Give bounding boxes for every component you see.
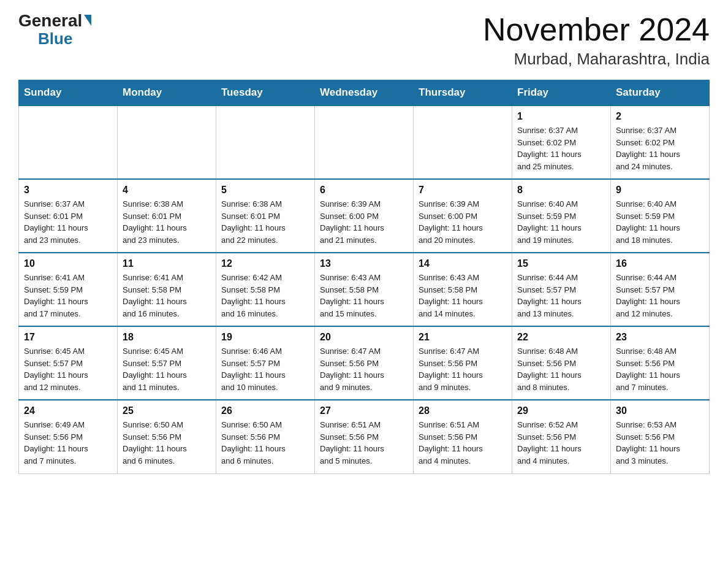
calendar-cell: 8Sunrise: 6:40 AM Sunset: 5:59 PM Daylig… — [512, 179, 611, 253]
day-info: Sunrise: 6:53 AM Sunset: 5:56 PM Dayligh… — [616, 419, 704, 467]
day-number: 26 — [221, 405, 309, 416]
calendar-cell: 24Sunrise: 6:49 AM Sunset: 5:56 PM Dayli… — [19, 400, 118, 473]
calendar-cell: 2Sunrise: 6:37 AM Sunset: 6:02 PM Daylig… — [611, 105, 710, 179]
day-info: Sunrise: 6:43 AM Sunset: 5:58 PM Dayligh… — [419, 272, 507, 320]
day-info: Sunrise: 6:45 AM Sunset: 5:57 PM Dayligh… — [24, 345, 112, 393]
calendar-cell: 1Sunrise: 6:37 AM Sunset: 6:02 PM Daylig… — [512, 105, 611, 179]
day-number: 25 — [123, 405, 211, 416]
day-number: 7 — [419, 185, 507, 196]
day-number: 4 — [123, 185, 211, 196]
day-info: Sunrise: 6:45 AM Sunset: 5:57 PM Dayligh… — [123, 345, 211, 393]
day-info: Sunrise: 6:51 AM Sunset: 5:56 PM Dayligh… — [419, 419, 507, 467]
weekday-header-monday: Monday — [118, 80, 216, 106]
day-info: Sunrise: 6:44 AM Sunset: 5:57 PM Dayligh… — [616, 272, 704, 320]
calendar-cell: 19Sunrise: 6:46 AM Sunset: 5:57 PM Dayli… — [216, 326, 315, 400]
day-info: Sunrise: 6:50 AM Sunset: 5:56 PM Dayligh… — [221, 419, 309, 467]
calendar-cell — [19, 105, 118, 179]
day-info: Sunrise: 6:38 AM Sunset: 6:01 PM Dayligh… — [123, 198, 211, 246]
logo-general-text: General — [18, 12, 82, 29]
day-number: 10 — [24, 258, 112, 269]
day-info: Sunrise: 6:37 AM Sunset: 6:01 PM Dayligh… — [24, 198, 112, 246]
day-info: Sunrise: 6:43 AM Sunset: 5:58 PM Dayligh… — [320, 272, 408, 320]
day-number: 22 — [517, 332, 605, 343]
day-number: 23 — [616, 332, 704, 343]
day-number: 27 — [320, 405, 408, 416]
logo: General Blue — [18, 12, 91, 48]
week-row-1: 1Sunrise: 6:37 AM Sunset: 6:02 PM Daylig… — [19, 105, 710, 179]
day-number: 19 — [221, 332, 309, 343]
calendar-cell: 12Sunrise: 6:42 AM Sunset: 5:58 PM Dayli… — [216, 253, 315, 326]
logo-arrow-icon — [84, 15, 91, 26]
day-info: Sunrise: 6:40 AM Sunset: 5:59 PM Dayligh… — [616, 198, 704, 246]
day-info: Sunrise: 6:42 AM Sunset: 5:58 PM Dayligh… — [221, 272, 309, 320]
calendar-cell: 16Sunrise: 6:44 AM Sunset: 5:57 PM Dayli… — [611, 253, 710, 326]
day-number: 14 — [419, 258, 507, 269]
week-row-2: 3Sunrise: 6:37 AM Sunset: 6:01 PM Daylig… — [19, 179, 710, 253]
location-title: Murbad, Maharashtra, India — [483, 50, 710, 69]
calendar-cell: 13Sunrise: 6:43 AM Sunset: 5:58 PM Dayli… — [315, 253, 414, 326]
calendar-cell: 28Sunrise: 6:51 AM Sunset: 5:56 PM Dayli… — [414, 400, 512, 473]
calendar-cell: 18Sunrise: 6:45 AM Sunset: 5:57 PM Dayli… — [118, 326, 216, 400]
weekday-header-thursday: Thursday — [414, 80, 512, 106]
day-info: Sunrise: 6:39 AM Sunset: 6:00 PM Dayligh… — [320, 198, 408, 246]
logo-general: General — [18, 12, 91, 29]
calendar-cell: 21Sunrise: 6:47 AM Sunset: 5:56 PM Dayli… — [414, 326, 512, 400]
day-info: Sunrise: 6:50 AM Sunset: 5:56 PM Dayligh… — [123, 419, 211, 467]
calendar-cell: 25Sunrise: 6:50 AM Sunset: 5:56 PM Dayli… — [118, 400, 216, 473]
day-info: Sunrise: 6:48 AM Sunset: 5:56 PM Dayligh… — [616, 345, 704, 393]
calendar-cell: 7Sunrise: 6:39 AM Sunset: 6:00 PM Daylig… — [414, 179, 512, 253]
calendar-table: SundayMondayTuesdayWednesdayThursdayFrid… — [18, 80, 710, 474]
calendar-cell: 3Sunrise: 6:37 AM Sunset: 6:01 PM Daylig… — [19, 179, 118, 253]
calendar-cell: 6Sunrise: 6:39 AM Sunset: 6:00 PM Daylig… — [315, 179, 414, 253]
day-info: Sunrise: 6:51 AM Sunset: 5:56 PM Dayligh… — [320, 419, 408, 467]
day-number: 9 — [616, 185, 704, 196]
day-number: 30 — [616, 405, 704, 416]
day-info: Sunrise: 6:47 AM Sunset: 5:56 PM Dayligh… — [320, 345, 408, 393]
day-info: Sunrise: 6:41 AM Sunset: 5:59 PM Dayligh… — [24, 272, 112, 320]
calendar-cell: 30Sunrise: 6:53 AM Sunset: 5:56 PM Dayli… — [611, 400, 710, 473]
weekday-header-row: SundayMondayTuesdayWednesdayThursdayFrid… — [19, 80, 710, 106]
day-info: Sunrise: 6:38 AM Sunset: 6:01 PM Dayligh… — [221, 198, 309, 246]
weekday-header-friday: Friday — [512, 80, 611, 106]
calendar-cell: 22Sunrise: 6:48 AM Sunset: 5:56 PM Dayli… — [512, 326, 611, 400]
day-info: Sunrise: 6:52 AM Sunset: 5:56 PM Dayligh… — [517, 419, 605, 467]
weekday-header-saturday: Saturday — [611, 80, 710, 106]
day-number: 11 — [123, 258, 211, 269]
calendar-cell — [118, 105, 216, 179]
calendar-cell: 4Sunrise: 6:38 AM Sunset: 6:01 PM Daylig… — [118, 179, 216, 253]
weekday-header-sunday: Sunday — [19, 80, 118, 106]
day-number: 16 — [616, 258, 704, 269]
calendar-cell: 26Sunrise: 6:50 AM Sunset: 5:56 PM Dayli… — [216, 400, 315, 473]
calendar-cell: 15Sunrise: 6:44 AM Sunset: 5:57 PM Dayli… — [512, 253, 611, 326]
calendar-cell: 29Sunrise: 6:52 AM Sunset: 5:56 PM Dayli… — [512, 400, 611, 473]
day-info: Sunrise: 6:48 AM Sunset: 5:56 PM Dayligh… — [517, 345, 605, 393]
month-title: November 2024 — [483, 12, 710, 47]
day-number: 13 — [320, 258, 408, 269]
day-info: Sunrise: 6:40 AM Sunset: 5:59 PM Dayligh… — [517, 198, 605, 246]
calendar-cell: 17Sunrise: 6:45 AM Sunset: 5:57 PM Dayli… — [19, 326, 118, 400]
day-info: Sunrise: 6:49 AM Sunset: 5:56 PM Dayligh… — [24, 419, 112, 467]
day-number: 5 — [221, 185, 309, 196]
day-number: 17 — [24, 332, 112, 343]
title-section: November 2024 Murbad, Maharashtra, India — [483, 12, 710, 69]
day-number: 20 — [320, 332, 408, 343]
calendar-cell: 27Sunrise: 6:51 AM Sunset: 5:56 PM Dayli… — [315, 400, 414, 473]
day-number: 12 — [221, 258, 309, 269]
calendar-cell: 11Sunrise: 6:41 AM Sunset: 5:58 PM Dayli… — [118, 253, 216, 326]
day-number: 28 — [419, 405, 507, 416]
day-number: 29 — [517, 405, 605, 416]
page-header: General Blue November 2024 Murbad, Mahar… — [18, 12, 710, 69]
calendar-cell: 23Sunrise: 6:48 AM Sunset: 5:56 PM Dayli… — [611, 326, 710, 400]
calendar-cell: 10Sunrise: 6:41 AM Sunset: 5:59 PM Dayli… — [19, 253, 118, 326]
day-number: 2 — [616, 111, 704, 122]
calendar-cell: 5Sunrise: 6:38 AM Sunset: 6:01 PM Daylig… — [216, 179, 315, 253]
day-number: 21 — [419, 332, 507, 343]
day-info: Sunrise: 6:41 AM Sunset: 5:58 PM Dayligh… — [123, 272, 211, 320]
day-number: 8 — [517, 185, 605, 196]
calendar-cell: 20Sunrise: 6:47 AM Sunset: 5:56 PM Dayli… — [315, 326, 414, 400]
calendar-cell: 9Sunrise: 6:40 AM Sunset: 5:59 PM Daylig… — [611, 179, 710, 253]
week-row-4: 17Sunrise: 6:45 AM Sunset: 5:57 PM Dayli… — [19, 326, 710, 400]
day-number: 3 — [24, 185, 112, 196]
day-info: Sunrise: 6:37 AM Sunset: 6:02 PM Dayligh… — [517, 124, 605, 172]
calendar-cell — [315, 105, 414, 179]
